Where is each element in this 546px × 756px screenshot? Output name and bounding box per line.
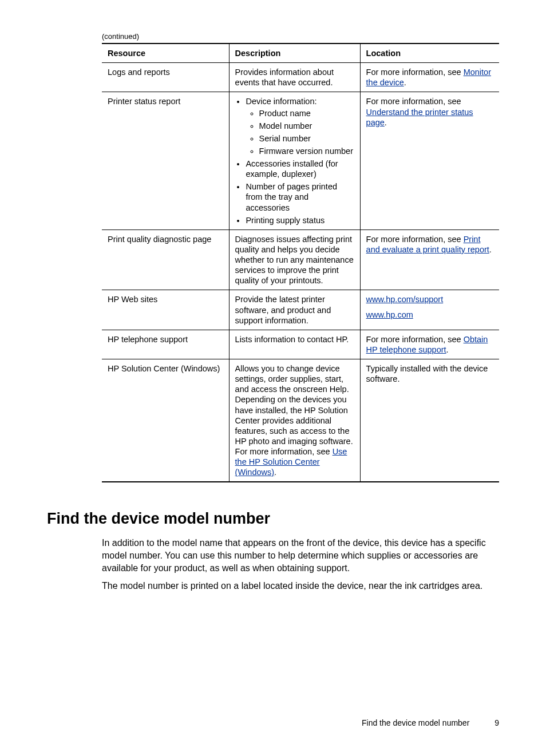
- cell-location: For more information, see Understand the…: [360, 92, 499, 229]
- cell-resource: Logs and reports: [102, 63, 229, 92]
- loc-suffix: .: [385, 118, 387, 127]
- list-item: Serial number: [259, 133, 354, 144]
- loc-suffix: .: [489, 245, 492, 254]
- loc-prefix: For more information, see: [366, 335, 464, 344]
- list-item-text: Device information:: [246, 97, 316, 106]
- link-printer-status-page[interactable]: Understand the printer status page: [366, 108, 473, 127]
- link-hp-com[interactable]: www.hp.com: [366, 310, 493, 320]
- list-item: Number of pages printed from the tray an…: [246, 181, 354, 212]
- desc-part2: .: [274, 468, 276, 477]
- cell-resource: Print quality diagnostic page: [102, 229, 229, 290]
- col-resource: Resource: [102, 43, 229, 63]
- cell-location: For more information, see Obtain HP tele…: [360, 330, 499, 359]
- desc-part1: Allows you to change device settings, or…: [235, 364, 353, 456]
- list-item: Firmware version number: [259, 146, 354, 156]
- continued-label: (continued): [102, 32, 499, 41]
- loc-suffix: .: [446, 345, 449, 354]
- cell-description: Lists information to contact HP.: [229, 330, 360, 359]
- cell-resource: Printer status report: [102, 92, 229, 229]
- cell-location: Typically installed with the device soft…: [360, 359, 499, 482]
- loc-suffix: .: [404, 78, 406, 87]
- cell-description: Provides information about events that h…: [229, 63, 360, 92]
- loc-prefix: For more information, see: [366, 235, 464, 244]
- list-item: Product name: [259, 108, 354, 118]
- cell-description: Device information: Product name Model n…: [229, 92, 360, 229]
- table-row: HP Solution Center (Windows) Allows you …: [102, 359, 499, 482]
- cell-description: Diagnoses issues affecting print quality…: [229, 229, 360, 290]
- cell-location: For more information, see Monitor the de…: [360, 63, 499, 92]
- cell-resource: HP Solution Center (Windows): [102, 359, 229, 482]
- loc-prefix: For more information, see: [366, 68, 464, 77]
- table-row: Logs and reports Provides information ab…: [102, 63, 499, 92]
- table-row: Printer status report Device information…: [102, 92, 499, 229]
- bullet-list: Device information: Product name Model n…: [235, 96, 354, 225]
- table-row: HP Web sites Provide the latest printer …: [102, 290, 499, 330]
- list-item: Model number: [259, 121, 354, 131]
- table-header-row: Resource Description Location: [102, 43, 499, 63]
- document-page: (continued) Resource Description Locatio…: [0, 0, 546, 756]
- list-item: Device information: Product name Model n…: [246, 96, 354, 156]
- table-row: HP telephone support Lists information t…: [102, 330, 499, 359]
- list-item: Printing supply status: [246, 215, 354, 225]
- cell-resource: HP Web sites: [102, 290, 229, 330]
- section-heading: Find the device model number: [47, 510, 499, 528]
- footer-page-number: 9: [494, 718, 499, 727]
- body-paragraph: In addition to the model name that appea…: [102, 537, 499, 574]
- loc-prefix: For more information, see: [366, 97, 461, 106]
- cell-location: For more information, see Print and eval…: [360, 229, 499, 290]
- cell-location: www.hp.com/support www.hp.com: [360, 290, 499, 330]
- footer-title: Find the device model number: [362, 718, 469, 727]
- cell-resource: HP telephone support: [102, 330, 229, 359]
- sub-bullet-list: Product name Model number Serial number …: [246, 108, 354, 157]
- list-item: Accessories installed (for example, dupl…: [246, 159, 354, 179]
- col-description: Description: [229, 43, 360, 63]
- cell-description: Allows you to change device settings, or…: [229, 359, 360, 482]
- body-paragraph: The model number is printed on a label l…: [102, 580, 499, 592]
- col-location: Location: [360, 43, 499, 63]
- resources-table: Resource Description Location Logs and r…: [102, 43, 499, 482]
- page-footer: Find the device model number 9: [362, 718, 499, 727]
- cell-description: Provide the latest printer software, and…: [229, 290, 360, 330]
- table-row: Print quality diagnostic page Diagnoses …: [102, 229, 499, 290]
- link-hp-support[interactable]: www.hp.com/support: [366, 294, 493, 304]
